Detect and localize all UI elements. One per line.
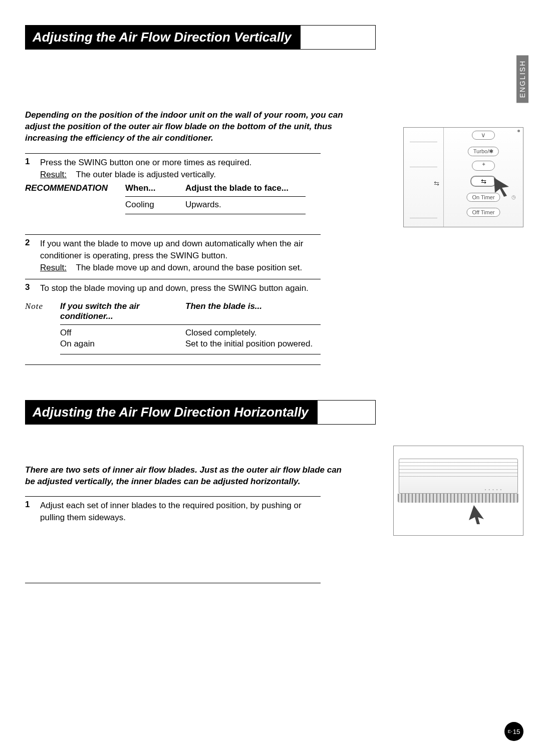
step-number: 1 [25,157,40,181]
turbo-label: Turbo/ [473,148,489,154]
step-2: 2 If you want the blade to move up and d… [25,238,321,273]
section2-heading-bar: Adjusting the Air Flow Direction Horizon… [25,400,376,425]
remote-left-panel: ⇄ [404,128,444,227]
page-number: 15 [513,728,520,735]
section2-step-1: 1 Adjust each set of inner blades to the… [25,500,321,524]
result-label: Result: [40,263,67,272]
ac-unit-illustration: ▪ ▪ ▪ ▪ ▪ [393,446,523,536]
result-text: The outer blade is adjusted vertically. [76,170,216,179]
page-prefix: E- [508,729,512,734]
step-1: 1 Press the SWING button one or more tim… [25,157,321,181]
section1-heading: Adjusting the Air Flow Direction Vertica… [26,26,301,49]
result-label: Result: [40,170,67,179]
svg-marker-1 [469,505,484,524]
page-number-badge: E-15 [504,722,523,741]
swing-left-icon: ⇄ [434,180,439,187]
step-number: 2 [25,238,40,273]
fan-icon: ✱ [489,148,493,154]
section2-step-1-text: Adjust each set of inner blades to the r… [40,501,302,522]
swing-button: ⇄ [470,176,496,187]
mode-button: ✦ [472,161,495,171]
ac-unit-body: ▪ ▪ ▪ ▪ ▪ [399,459,518,494]
swing-icon: ⇄ [481,178,486,185]
remote-right-panel: ∨ Turbo/✱ ✦ ⇄ On Timer ◷ Off Timer [444,128,523,227]
off-timer-button: Off Timer [466,208,500,217]
rec-when-val: Cooling [125,200,185,210]
indicator-lights-icon: ▪ ▪ ▪ ▪ ▪ [485,488,502,491]
note-c2: Set to the initial position powered. [185,339,321,349]
section2-steps: 1 Adjust each set of inner blades to the… [25,496,321,583]
step-number: 3 [25,282,40,294]
note-head-then: Then the blade is... [185,301,321,321]
step-2-text: If you want the blade to move up and dow… [40,239,303,260]
recommendation-header: RECOMMENDATION When... Adjust the blade … [25,183,321,193]
recommendation-label: RECOMMENDATION [25,183,125,193]
note-header: Note If you switch the air conditioner..… [25,301,321,321]
section2-intro: There are two sets of inner air flow bla… [25,465,346,488]
section1-heading-bar: Adjusting the Air Flow Direction Vertica… [25,25,376,50]
note-head-if: If you switch the air conditioner... [60,301,185,321]
note-c1: On again [60,339,185,349]
clock-icon: ◷ [511,194,516,200]
recommendation-row: Cooling Upwards. [25,200,321,210]
pointer-cursor-icon [469,505,489,525]
step-1-text: Press the SWING button one or more times… [40,158,251,167]
section1-intro: Depending on the position of the indoor … [25,110,346,144]
note-row: Off Closed completely. [60,328,321,338]
language-tab: ENGLISH [516,55,528,103]
section1-steps: 1 Press the SWING button one or more tim… [25,153,321,365]
note-c1: Off [60,328,185,338]
step-3-text: To stop the blade moving up and down, pr… [40,283,309,293]
rec-adjust-val: Upwards. [185,200,321,210]
turbo-button: Turbo/✱ [468,147,499,156]
note-c2: Closed completely. [185,328,321,338]
ac-louver-icon [398,494,519,503]
step-number: 1 [25,500,40,524]
remote-illustration: ⇄ ∨ Turbo/✱ ✦ ⇄ On Timer ◷ Off Timer [403,127,523,227]
section2-heading: Adjusting the Air Flow Direction Horizon… [26,401,318,424]
note-row: On again Set to the initial position pow… [60,339,321,349]
note-label: Note [25,301,60,321]
step-3: 3 To stop the blade moving up and down, … [25,282,321,294]
down-button: ∨ [472,131,495,140]
recommendation-when-head: When... [125,183,185,193]
on-timer-button: On Timer [466,193,500,202]
result-text: The blade move up and down, around the b… [76,263,303,272]
recommendation-adjust-head: Adjust the blade to face... [185,183,321,193]
